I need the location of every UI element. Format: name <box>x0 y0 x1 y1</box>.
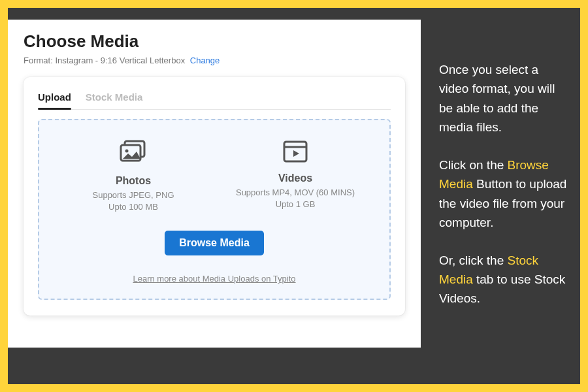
photos-icon <box>119 140 148 169</box>
videos-sub2: Upto 1 GB <box>276 199 316 210</box>
frame-border: Choose Media Format: Instagram - 9:16 Ve… <box>0 0 588 392</box>
photos-sub1: Supports JPEG, PNG <box>93 189 174 201</box>
frame-background: Choose Media Format: Instagram - 9:16 Ve… <box>8 8 580 384</box>
browse-media-button[interactable]: Browse Media <box>165 231 264 255</box>
videos-icon <box>282 140 308 166</box>
media-panel: Choose Media Format: Instagram - 9:16 Ve… <box>8 20 421 348</box>
upload-dropzone[interactable]: Photos Supports JPEG, PNG Upto 100 MB <box>38 119 391 300</box>
format-value: Instagram - 9:16 Vertical Letterbox <box>55 56 185 65</box>
svg-point-2 <box>125 150 129 153</box>
photos-column: Photos Supports JPEG, PNG Upto 100 MB <box>52 140 214 212</box>
instruction-p2: Click on the Browse Media Button to uplo… <box>439 155 568 233</box>
instruction-p1: Once you select a video format, you will… <box>439 60 568 137</box>
tab-upload[interactable]: Upload <box>38 88 71 109</box>
videos-title: Videos <box>278 172 312 184</box>
videos-column: Videos Supports MP4, MOV (60 MINS) Upto … <box>214 140 376 212</box>
tabs: Upload Stock Media <box>38 88 391 110</box>
format-label: Format: <box>24 56 53 65</box>
photos-title: Photos <box>116 175 151 187</box>
page-title: Choose Media <box>24 31 405 52</box>
change-format-link[interactable]: Change <box>190 56 220 65</box>
videos-sub1: Supports MP4, MOV (60 MINS) <box>236 187 355 199</box>
upload-card: Upload Stock Media <box>24 77 405 316</box>
format-row: Format: Instagram - 9:16 Vertical Letter… <box>24 56 405 65</box>
instruction-p3: Or, click the Stock Media tab to use Sto… <box>439 251 568 308</box>
dropzone-columns: Photos Supports JPEG, PNG Upto 100 MB <box>52 140 376 212</box>
photos-sub2: Upto 100 MB <box>108 201 158 213</box>
learn-more-link[interactable]: Learn more about Media Uploads on Typito <box>133 274 295 284</box>
instruction-text: Once you select a video format, you will… <box>439 20 568 327</box>
tab-stock-media[interactable]: Stock Media <box>86 88 143 109</box>
